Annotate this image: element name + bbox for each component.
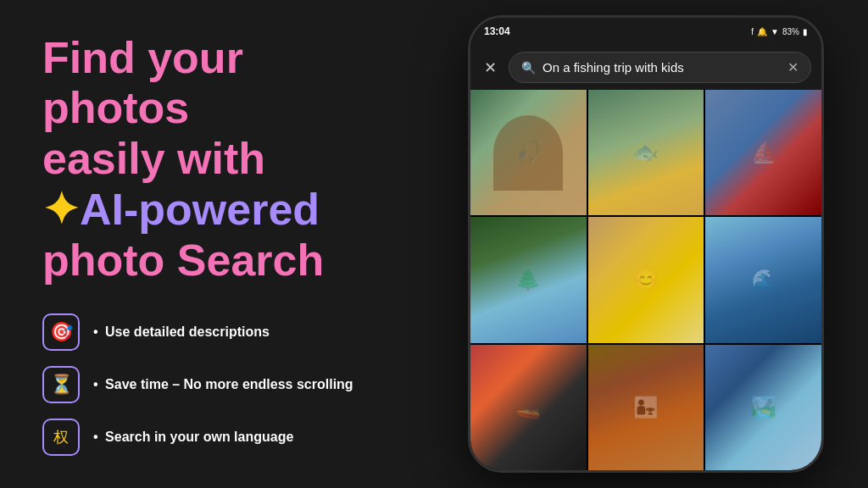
search-clear-button[interactable]: ✕ [787, 59, 798, 75]
notification-icons: 🔔 [757, 27, 767, 36]
language-icon: 权 [42, 419, 80, 456]
headline-line1: Find your photos [42, 33, 398, 135]
photo-cell-6[interactable]: 🌊 [705, 217, 821, 342]
photo-cell-5[interactable]: 😊 [588, 217, 704, 342]
status-time: 13:04 [484, 25, 510, 37]
feature-item-2: ⏳ • Save time – No more endless scrollin… [42, 366, 398, 403]
headline-ai-text: AI-powered [80, 185, 320, 234]
status-bar: 13:04 f 🔔 ▼ 83% ▮ [470, 18, 821, 45]
headline-line2: easily with [42, 134, 398, 185]
search-input[interactable]: On a fishing trip with kids [542, 60, 781, 75]
wifi-icon: ▼ [771, 27, 779, 36]
photo-cell-9[interactable]: 🏞️ [705, 345, 821, 470]
left-panel: Find your photos easily with ✦AI-powered… [0, 0, 441, 488]
feature-text-2: • Save time – No more endless scrolling [93, 377, 353, 392]
right-panel: 13:04 f 🔔 ▼ 83% ▮ ✕ 🔍 On a fishing trip … [441, 0, 868, 488]
feature-text-1: • Use detailed descriptions [93, 324, 270, 340]
headline: Find your photos easily with ✦AI-powered… [42, 33, 398, 286]
search-input-container[interactable]: 🔍 On a fishing trip with kids ✕ [509, 52, 811, 83]
battery-text: 83% [782, 27, 799, 36]
photo-cell-2[interactable]: 🐟 [588, 90, 704, 215]
features-list: 🎯 • Use detailed descriptions ⏳ • Save t… [42, 313, 398, 456]
hourglass-icon: ⏳ [42, 366, 80, 403]
search-icon: 🔍 [521, 61, 536, 75]
feature-text-3: • Search in your own language [93, 430, 293, 445]
target-icon: 🎯 [42, 313, 80, 351]
facebook-icon: f [751, 27, 754, 36]
headline-line4: photo Search [42, 236, 398, 286]
search-bar[interactable]: ✕ 🔍 On a fishing trip with kids ✕ [470, 45, 821, 90]
feature-item-3: 权 • Search in your own language [42, 419, 398, 456]
headline-line3: ✦AI-powered [42, 185, 398, 236]
photo-cell-7[interactable]: 🚤 [470, 345, 587, 470]
photo-grid: 🎣 🐟 ⛵ 🌲 😊 🌊 🚤 👨‍👧 [470, 90, 821, 470]
photo-cell-1[interactable]: 🎣 [470, 90, 587, 215]
battery-icon: ▮ [803, 27, 808, 36]
feature-item-1: 🎯 • Use detailed descriptions [42, 313, 398, 351]
sparkle-icon: ✦ [42, 185, 80, 234]
photo-cell-8[interactable]: 👨‍👧 [588, 345, 704, 470]
status-icons: f 🔔 ▼ 83% ▮ [751, 27, 808, 36]
photo-cell-4[interactable]: 🌲 [470, 217, 587, 342]
photo-cell-3[interactable]: ⛵ [705, 90, 821, 215]
search-back-button[interactable]: ✕ [481, 55, 500, 80]
phone-mockup: 13:04 f 🔔 ▼ 83% ▮ ✕ 🔍 On a fishing trip … [468, 15, 824, 473]
